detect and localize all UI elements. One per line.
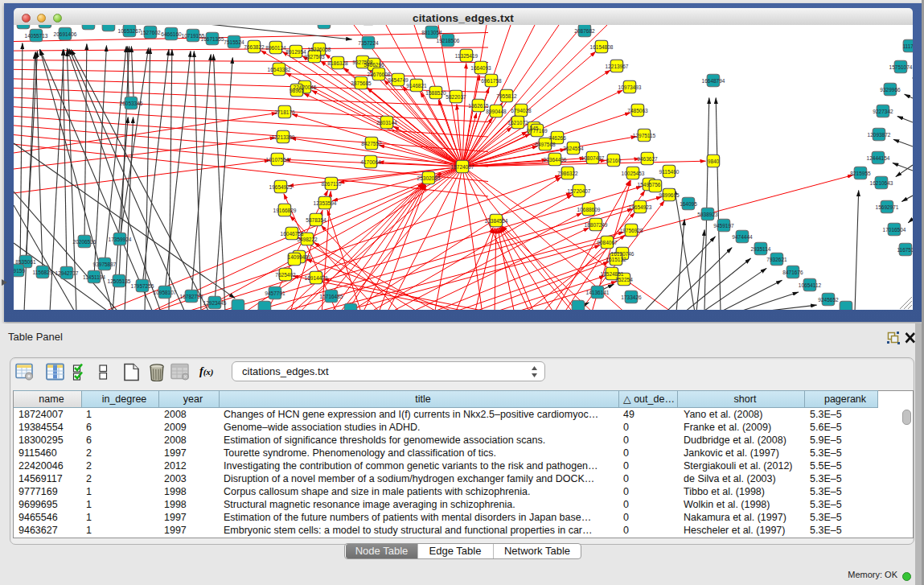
svg-text:7515524: 7515524 [224,39,244,45]
svg-text:2718176: 2718176 [274,109,295,115]
svg-text:1527602: 1527602 [140,30,161,35]
svg-text:18807249: 18807249 [585,222,608,228]
svg-text:62160: 62160 [606,158,621,163]
svg-text:7357224: 7357224 [358,40,379,46]
svg-text:12444154: 12444154 [867,155,890,161]
svg-text:9463627: 9463627 [637,156,658,162]
svg-text:17359924: 17359924 [109,237,132,242]
svg-text:12213389: 12213389 [272,134,295,140]
svg-text:16154808: 16154808 [590,44,614,50]
svg-text:18724007: 18724007 [451,164,474,170]
svg-text:10653267: 10653267 [118,28,142,34]
svg-text:10973493: 10973493 [618,84,642,90]
svg-text:16210643: 16210643 [870,180,893,186]
svg-text:1362615: 1362615 [468,103,489,109]
svg-text:15692971: 15692971 [876,204,899,210]
svg-text:15716485: 15716485 [320,294,343,299]
svg-text:14099489: 14099489 [288,254,311,260]
svg-text:12942737: 12942737 [55,270,79,276]
svg-text:8912954: 8912954 [285,49,306,55]
svg-text:14136141: 14136141 [586,290,610,295]
svg-text:5878354: 5878354 [306,217,326,223]
svg-text:13384554: 13384554 [485,218,508,224]
svg-text:10807487: 10807487 [581,155,605,161]
svg-text:5938923: 5938923 [697,212,718,217]
svg-text:26053346: 26053346 [120,101,143,106]
svg-text:8427552: 8427552 [361,141,382,146]
svg-text:6466160: 6466160 [161,31,182,37]
svg-text:2087682: 2087682 [574,28,595,34]
svg-text:20206536: 20206536 [73,239,97,245]
svg-text:28676608: 28676608 [368,72,391,77]
svg-text:12093872: 12093872 [868,132,891,138]
svg-text:6961758: 6961758 [481,78,502,84]
svg-text:17016504: 17016504 [883,227,906,233]
svg-text:16120746: 16120746 [611,251,634,257]
svg-text:19218506: 19218506 [437,38,460,43]
svg-text:9227342: 9227342 [873,109,893,114]
svg-text:9115460: 9115460 [659,169,680,175]
svg-text:11172: 11172 [902,43,913,49]
svg-text:19654925: 19654925 [269,184,293,190]
svg-text:9146821: 9146821 [406,83,427,89]
svg-text:6794028: 6794028 [511,108,532,113]
svg-text:15751074: 15751074 [889,64,913,70]
svg-text:12213967: 12213967 [606,64,629,69]
svg-text:5822037: 5822037 [446,94,466,100]
svg-text:8215955: 8215955 [850,171,871,176]
svg-text:9457791: 9457791 [265,290,285,296]
svg-text:20364436: 20364436 [544,157,567,163]
svg-text:116753: 116753 [897,247,913,253]
svg-text:9459197: 9459197 [713,223,734,229]
svg-text:15226058: 15226058 [308,47,331,52]
svg-text:9327503: 9327503 [304,54,325,60]
svg-text:2803144: 2803144 [376,120,397,126]
svg-text:8471676: 8471676 [782,270,803,275]
svg-text:8813054: 8813054 [421,30,442,35]
svg-text:15495756: 15495756 [638,182,661,187]
svg-text:15720407: 15720407 [568,188,591,194]
svg-text:16543382: 16543382 [268,67,291,72]
svg-text:12975115: 12975115 [633,133,656,138]
svg-text:16782759: 16782759 [180,294,203,299]
svg-text:7932621: 7932621 [766,257,787,262]
svg-text:1588520: 1588520 [425,90,446,96]
svg-text:19654923: 19654923 [629,204,652,210]
svg-text:4170064: 4170064 [360,159,381,165]
svg-text:7955812: 7955812 [496,93,517,99]
svg-text:9899695: 9899695 [659,192,680,198]
svg-text:14055713: 14055713 [25,33,48,39]
svg-text:9084067: 9084067 [597,240,618,245]
svg-text:12505135: 12505135 [108,278,131,284]
svg-text:20691406: 20691406 [54,31,77,37]
svg-text:746266: 746266 [548,135,566,141]
svg-text:10958107: 10958107 [154,290,177,295]
svg-text:7485063: 7485063 [627,108,648,113]
svg-text:10025453: 10025453 [622,171,645,176]
svg-text:8267110: 8267110 [322,181,342,187]
svg-text:8186328: 8186328 [327,60,348,66]
svg-text:11325419: 11325419 [455,53,478,59]
svg-text:19166829: 19166829 [273,208,297,213]
svg-text:5466296: 5466296 [363,62,384,68]
svg-text:3875685: 3875685 [351,80,372,86]
svg-text:1156829: 1156829 [33,270,53,275]
svg-text:1615132: 1615132 [606,257,626,262]
svg-text:10107554: 10107554 [266,157,290,163]
svg-text:8535061: 8535061 [15,259,36,265]
svg-text:10688609: 10688609 [577,207,601,212]
svg-text:17957255: 17957255 [131,283,154,289]
svg-text:16671355: 16671355 [201,36,224,42]
svg-text:93975887: 93975887 [93,262,117,267]
svg-text:252254: 252254 [615,277,633,282]
svg-text:12923445: 12923445 [203,300,227,306]
svg-text:1664093: 1664093 [470,65,491,71]
svg-text:8960124: 8960124 [265,45,286,51]
svg-text:10654112: 10654112 [799,282,822,288]
svg-text:9777169: 9777169 [527,128,548,134]
svg-text:9245652: 9245652 [818,297,839,303]
svg-text:7663822: 7663822 [244,44,265,50]
svg-text:98965: 98965 [290,88,304,93]
svg-text:1733426: 1733426 [621,295,642,300]
svg-text:9840: 9840 [708,159,720,164]
